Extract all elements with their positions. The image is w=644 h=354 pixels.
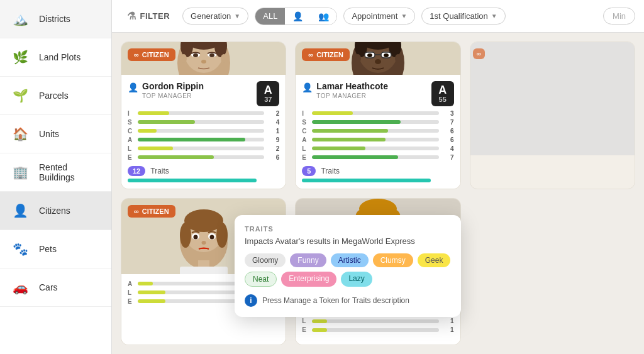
stat-value: 3 bbox=[441, 110, 454, 117]
link-icon: ∞ bbox=[134, 207, 139, 215]
stat-bar-bg bbox=[312, 147, 438, 150]
stat-bar-fill bbox=[138, 111, 169, 115]
stat-label: A bbox=[128, 280, 135, 287]
rented-buildings-icon: 🏢 bbox=[9, 161, 31, 184]
stat-bar-bg bbox=[138, 120, 264, 124]
citizen-card-gordon[interactable]: ∞ CITIZEN bbox=[121, 41, 286, 189]
trait-tag[interactable]: Artistic bbox=[331, 253, 369, 267]
popup-description: Impacts Avatar's results in MegaWorld Ex… bbox=[245, 236, 451, 246]
traits-popup: TRAITS Impacts Avatar's results in MegaW… bbox=[235, 215, 461, 317]
stat-bar-fill bbox=[138, 299, 165, 303]
link-icon: ∞ bbox=[308, 51, 313, 58]
stat-bar-fill bbox=[138, 155, 214, 159]
card-info-lamar: 👤 Lamar Heathcote TOP MANAGER A 55 I3S7C… bbox=[296, 75, 460, 189]
person2-toggle-button[interactable]: 👥 bbox=[311, 8, 336, 25]
trait-tag[interactable]: Lazy bbox=[341, 272, 372, 287]
person-toggle-button[interactable]: 👤 bbox=[285, 8, 311, 25]
sidebar-item-label: Land Plots bbox=[39, 52, 80, 62]
chevron-down-icon: ▼ bbox=[491, 13, 497, 19]
card-avatar-partial bbox=[470, 42, 635, 155]
stat-value: 1 bbox=[441, 326, 454, 333]
min-button[interactable]: Min bbox=[603, 8, 635, 25]
stat-value: 4 bbox=[267, 119, 279, 126]
stat-label: L bbox=[302, 318, 309, 324]
stat-bar-bg bbox=[312, 111, 438, 115]
svg-rect-46 bbox=[180, 267, 228, 274]
cards-area: ∞ CITIZEN bbox=[112, 33, 644, 354]
card-header-lamar: 👤 Lamar Heathcote TOP MANAGER A 55 bbox=[302, 81, 453, 106]
stat-bar-bg bbox=[312, 120, 438, 124]
sidebar-item-land-plots[interactable]: 🌿 Land Plots bbox=[0, 38, 111, 77]
sidebar-item-districts[interactable]: 🏔️ Districts bbox=[0, 0, 111, 38]
filter-label: FILTER bbox=[140, 11, 170, 21]
card-info-gordon: 👤 Gordon Rippin TOP MANAGER A 37 I2S4C1A… bbox=[121, 75, 286, 189]
person-icon: 👤 bbox=[128, 82, 138, 92]
traits-label: Traits bbox=[150, 167, 169, 175]
stat-bar-bg bbox=[312, 328, 438, 332]
generation-dropdown[interactable]: Generation ▼ bbox=[182, 8, 248, 25]
sidebar-item-units[interactable]: 🏠 Units bbox=[0, 115, 111, 153]
sidebar-item-label: Cars bbox=[39, 282, 58, 292]
svg-point-9 bbox=[201, 60, 206, 64]
appointment-dropdown[interactable]: Appointment ▼ bbox=[343, 8, 415, 25]
sidebar-item-pets[interactable]: 🐾 Pets bbox=[0, 230, 111, 268]
trait-tag[interactable]: Funny bbox=[290, 253, 326, 267]
grade-letter: A bbox=[264, 84, 272, 96]
card-name: Gordon Rippin bbox=[142, 81, 204, 92]
sidebar-item-parcels[interactable]: 🌱 Parcels bbox=[0, 77, 111, 115]
trait-tag[interactable]: Enterprising bbox=[281, 272, 336, 287]
person-icon: 👤 bbox=[292, 11, 303, 21]
stat-bar-fill bbox=[138, 120, 195, 124]
trait-tag[interactable]: Geek bbox=[418, 253, 451, 267]
citizen-card-lamar[interactable]: ∞ CITIZEN bbox=[295, 41, 460, 189]
stat-label: I bbox=[128, 110, 135, 117]
stat-label: E bbox=[302, 326, 309, 333]
citizen-badge: ∞ bbox=[473, 48, 485, 59]
svg-point-32 bbox=[395, 54, 401, 63]
citizen-card-partial[interactable]: ∞ bbox=[470, 41, 635, 189]
stat-value: 1 bbox=[441, 318, 454, 324]
badge-label: CITIZEN bbox=[142, 51, 169, 58]
svg-point-12 bbox=[180, 54, 187, 63]
trait-tag[interactable]: Gloomy bbox=[245, 253, 286, 267]
filter-button[interactable]: ⚗ FILTER bbox=[121, 6, 176, 26]
stat-bar-bg bbox=[138, 111, 264, 115]
trait-tag[interactable]: Neat bbox=[245, 272, 277, 287]
generation-label: Generation bbox=[191, 11, 231, 21]
sidebar-item-label: Districts bbox=[39, 14, 70, 24]
stat-label: E bbox=[302, 154, 309, 161]
sidebar: 🏔️ Districts 🌿 Land Plots 🌱 Parcels 🏠 Un… bbox=[0, 0, 112, 354]
sidebar-item-citizens[interactable]: 👤 Citizens bbox=[0, 192, 111, 230]
all-toggle-button[interactable]: ALL bbox=[255, 8, 285, 25]
qualification-dropdown[interactable]: 1st Qualification ▼ bbox=[421, 8, 505, 25]
person-icon: 👤 bbox=[302, 82, 313, 92]
card-name-area: 👤 Gordon Rippin TOP MANAGER bbox=[128, 81, 204, 100]
stat-label: I bbox=[302, 110, 309, 117]
svg-point-8 bbox=[209, 53, 214, 57]
stat-label: L bbox=[128, 145, 135, 152]
trait-tag[interactable]: Clumsy bbox=[373, 253, 413, 267]
sidebar-item-cars[interactable]: 🚗 Cars bbox=[0, 268, 111, 307]
stat-bar-bg bbox=[138, 129, 264, 133]
stat-value: 6 bbox=[441, 136, 454, 143]
card-name: Lamar Heathcote bbox=[316, 81, 388, 92]
svg-point-7 bbox=[193, 53, 198, 57]
stats-grid-lamar: I3S7C6A6L4E7 bbox=[302, 110, 453, 161]
toolbar: ⚗ FILTER Generation ▼ ALL 👤 👥 Appointmen… bbox=[112, 0, 644, 33]
qualification-label: 1st Qualification bbox=[430, 11, 488, 21]
stat-bar-bg bbox=[312, 138, 438, 141]
stat-label: C bbox=[302, 128, 309, 135]
traits-row-gordon[interactable]: 12 Traits bbox=[128, 166, 279, 176]
stat-value: 6 bbox=[441, 128, 454, 135]
svg-point-44 bbox=[201, 241, 206, 245]
sidebar-item-label: Rented Buildings bbox=[39, 162, 103, 182]
stat-bar-fill bbox=[312, 147, 365, 150]
sidebar-item-rented-buildings[interactable]: 🏢 Rented Buildings bbox=[0, 153, 111, 192]
stat-bar-fill bbox=[138, 138, 245, 141]
stat-label: A bbox=[302, 136, 309, 143]
view-toggle: ALL 👤 👥 bbox=[255, 8, 337, 25]
traits-row-lamar[interactable]: 5 Traits bbox=[302, 166, 453, 176]
svg-point-13 bbox=[221, 54, 227, 63]
card-role: TOP MANAGER bbox=[316, 92, 388, 99]
svg-point-39 bbox=[216, 223, 228, 248]
